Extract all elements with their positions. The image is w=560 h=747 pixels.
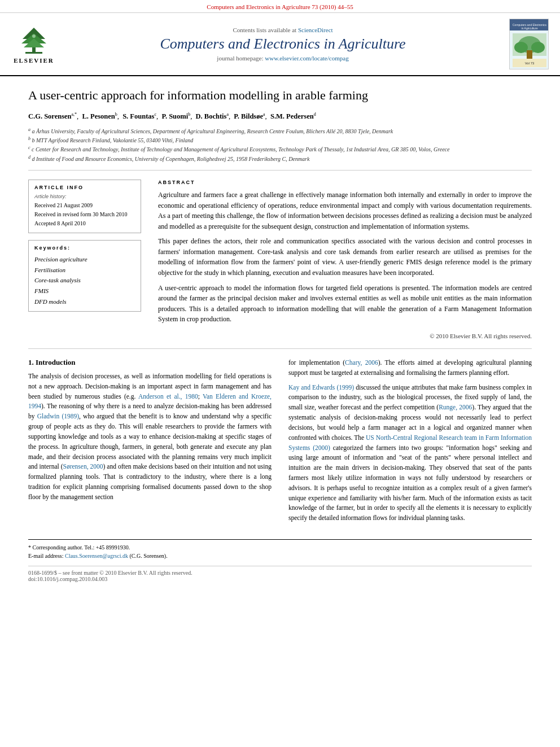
keyword-4: FMIS — [34, 286, 135, 296]
main-content: A user-centric approach for information … — [0, 76, 560, 582]
author-sorensen: C.G. Sorensen — [28, 112, 72, 120]
copyright-notice: © 2010 Elsevier B.V. All rights reserved… — [158, 330, 532, 339]
abstract-para-2: This paper defines the actors, their rol… — [158, 236, 532, 278]
svg-rect-1 — [25, 52, 42, 54]
svg-point-12 — [514, 42, 528, 53]
affiliations: a a Århus University, Faculty of Agricul… — [28, 126, 532, 163]
email-name: (C.G. Sorensen). — [128, 553, 168, 559]
article-title-section: A user-centric approach for information … — [28, 76, 532, 171]
article-info-heading: ARTICLE INFO — [34, 185, 135, 190]
elsevier-tree-icon — [17, 25, 51, 56]
authors-line: C.G. Sorensena,*, L. Pesonenb, S. Founta… — [28, 111, 532, 122]
email-address[interactable]: Claus.Soerensen@agrsci.dk — [65, 553, 128, 559]
affiliation-a: a a Århus University, Faculty of Agricul… — [28, 126, 532, 136]
journal-title: Computers and Electronics in Agriculture — [68, 36, 498, 53]
article-info-abstract-section: ARTICLE INFO Article history: Received 2… — [28, 180, 532, 339]
intro-para-right-1: for implementation (Chary, 2006). The ef… — [288, 358, 532, 378]
abstract-para-1: Agriculture and farmers face a great cha… — [158, 190, 532, 231]
keyword-1: Precision agriculture — [34, 254, 135, 265]
intro-right-col: for implementation (Chary, 2006). The ef… — [288, 358, 532, 528]
affiliation-b: b b MTT Agrifood Research Finland, Vakol… — [28, 136, 532, 145]
sciencedirect-label: Contents lists available at ScienceDirec… — [68, 27, 498, 33]
intro-body-right: for implementation (Chary, 2006). The ef… — [288, 358, 532, 523]
intro-left-col: 1. Introduction The analysis of decision… — [28, 358, 272, 528]
intro-para-1: The analysis of decision processes, as w… — [28, 372, 272, 503]
author-bochtis: D. Bochtis — [196, 112, 227, 120]
intro-section-title: 1. Introduction — [28, 358, 272, 367]
accepted-date: Accepted 8 April 2010 — [34, 219, 135, 228]
journal-center: Contents lists available at ScienceDirec… — [68, 27, 498, 62]
email-label: E-mail address: — [28, 553, 65, 559]
author-bildsoe: P. Bildsøe — [234, 112, 263, 120]
svg-point-13 — [531, 42, 545, 53]
abstract-heading: ABSTRACT — [158, 180, 532, 185]
right-column: ABSTRACT Agriculture and farmers face a … — [158, 180, 532, 339]
keyword-2: Fertilisation — [34, 265, 135, 276]
doi-info: doi:10.1016/j.compag.2010.04.003 — [28, 576, 532, 582]
journal-header: ELSEVIER Contents lists available at Sci… — [0, 13, 560, 76]
article-info-box: ARTICLE INFO Article history: Received 2… — [28, 180, 141, 233]
svg-text:Vol 73: Vol 73 — [525, 62, 535, 65]
svg-point-5 — [32, 34, 36, 38]
issn-info: 0168-1699/$ – see front matter © 2010 El… — [28, 570, 532, 576]
footnote-section: * Corresponding author. Tel.: +45 899919… — [28, 539, 532, 560]
intro-para-right-2: Kay and Edwards (1999) discussed the uni… — [288, 383, 532, 523]
svg-text:in Agriculture: in Agriculture — [522, 27, 538, 30]
elsevier-logo: ELSEVIER — [11, 25, 56, 64]
keywords-box: Keywords: Precision agriculture Fertilis… — [28, 240, 141, 312]
journal-cover-image: Computers and Electronics in Agriculture… — [509, 19, 549, 69]
corresponding-author-note: * Corresponding author. Tel.: +45 899919… — [28, 543, 532, 552]
author-suomi: P. Suomi — [161, 112, 188, 120]
introduction-section: 1. Introduction The analysis of decision… — [28, 358, 532, 528]
intro-body-left: The analysis of decision processes, as w… — [28, 372, 272, 503]
received-date: Received 21 August 2009 — [34, 201, 135, 210]
abstract-text: Agriculture and farmers face a great cha… — [158, 190, 532, 325]
author-pesonen: L. Pesonen — [82, 112, 115, 120]
bottom-info: 0168-1699/$ – see front matter © 2010 El… — [28, 566, 532, 582]
article-title: A user-centric approach for information … — [28, 88, 532, 104]
elsevier-label: ELSEVIER — [14, 57, 54, 64]
affiliation-c: c c Center for Research and Technology, … — [28, 145, 532, 154]
citation-text: Computers and Electronics in Agriculture… — [207, 3, 353, 10]
keywords-heading: Keywords: — [34, 245, 135, 251]
revised-date: Received in revised form 30 March 2010 — [34, 210, 135, 219]
history-label: Article history: — [34, 194, 135, 199]
affiliation-d: d d Institute of Food and Resource Econo… — [28, 154, 532, 163]
keyword-3: Core-task analysis — [34, 275, 135, 286]
author-pedersen: S.M. Pedersen — [270, 112, 314, 120]
left-column: ARTICLE INFO Article history: Received 2… — [28, 180, 141, 339]
journal-homepage: journal homepage: www.elsevier.com/locat… — [68, 55, 498, 62]
sciencedirect-link[interactable]: ScienceDirect — [298, 27, 333, 33]
keyword-5: DFD models — [34, 296, 135, 307]
top-citation-bar: Computers and Electronics in Agriculture… — [0, 0, 560, 13]
section-divider — [28, 348, 532, 349]
svg-rect-14 — [527, 50, 532, 59]
author-fountas: S. Fountas — [123, 112, 154, 120]
email-note: E-mail address: Claus.Soerensen@agrsci.d… — [28, 552, 532, 560]
homepage-url[interactable]: www.elsevier.com/locate/compag — [265, 55, 348, 62]
abstract-para-3: A user-centric approach to model the inf… — [158, 283, 532, 325]
